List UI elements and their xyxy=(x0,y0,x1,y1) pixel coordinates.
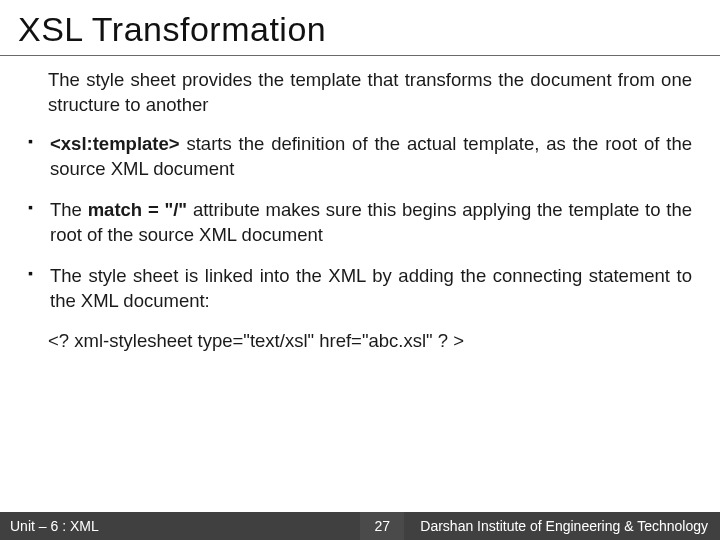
footer-page-box: 27 xyxy=(360,512,404,540)
bullet-text-pre: The xyxy=(50,199,88,220)
slide-content: The style sheet provides the template th… xyxy=(0,56,720,540)
footer-page-number: 27 xyxy=(374,518,390,534)
code-line: <? xml-stylesheet type="text/xsl" href="… xyxy=(48,330,692,352)
bullet-bold-mid: match = "/" xyxy=(88,199,187,220)
slide: XSL Transformation The style sheet provi… xyxy=(0,0,720,540)
lead-paragraph: The style sheet provides the template th… xyxy=(48,68,692,118)
list-item: <xsl:template> starts the definition of … xyxy=(28,132,692,182)
bullet-bold-prefix: <xsl:template> xyxy=(50,133,180,154)
bullet-list: <xsl:template> starts the definition of … xyxy=(28,132,692,314)
footer-unit: Unit – 6 : XML xyxy=(0,518,99,534)
bullet-text: The style sheet is linked into the XML b… xyxy=(50,265,692,311)
footer-bar: Unit – 6 : XML 27 Darshan Institute of E… xyxy=(0,512,720,540)
list-item: The style sheet is linked into the XML b… xyxy=(28,264,692,314)
footer-institute: Darshan Institute of Engineering & Techn… xyxy=(404,518,720,534)
slide-title: XSL Transformation xyxy=(0,0,720,55)
list-item: The match = "/" attribute makes sure thi… xyxy=(28,198,692,248)
